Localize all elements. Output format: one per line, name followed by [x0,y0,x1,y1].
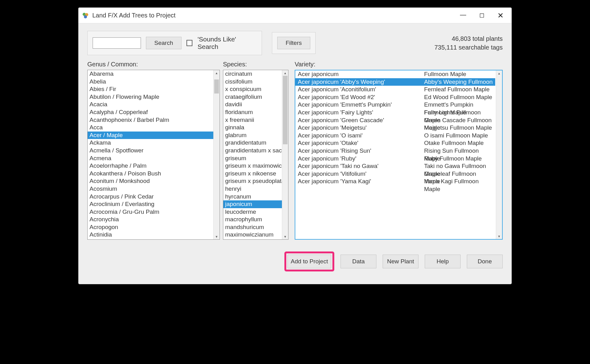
search-button[interactable]: Search [146,37,181,49]
species-item[interactable]: mandshuricum [223,223,282,231]
genus-item[interactable]: Acca [88,124,213,132]
sounds-like-label: 'Sounds Like' Search [197,36,257,50]
scroll-up-icon[interactable]: ▲ [496,70,502,76]
variety-row[interactable]: Acer japonicum 'Aconitifolium'Fernleaf F… [295,86,495,93]
genus-item[interactable]: Acroclinium / Everlasting [88,200,213,208]
new-plant-button[interactable]: New Plant [383,255,418,268]
genus-item[interactable]: Acanthophoenix / Barbel Palm [88,116,213,124]
variety-row[interactable]: Acer japonicum 'Meigetsu'Meigetsu Fullmo… [295,124,495,132]
species-item[interactable]: hyrcanum [223,193,282,201]
variety-row[interactable]: Acer japonicum 'Ed Wood #2'Ed Wood Fullm… [295,93,495,101]
species-item[interactable]: japonicum [223,200,282,208]
genus-item[interactable]: Acacia [88,101,213,108]
filters-button[interactable]: Filters [277,37,310,49]
species-item[interactable]: henryi [223,185,282,193]
data-button[interactable]: Data [341,255,376,268]
help-button[interactable]: Help [425,255,461,268]
genus-item[interactable]: Acosmium [88,185,213,193]
variety-row[interactable]: Acer japonicum 'Rising Sun'Rising Sun Fu… [295,147,495,155]
svg-point-2 [84,15,87,18]
genus-item[interactable]: Acrocarpus / Pink Cedar [88,193,213,201]
species-item[interactable]: cissifolium [223,78,282,86]
genus-scrollbar[interactable]: ▲ ▼ [213,70,220,239]
variety-row[interactable]: Acer japonicum 'Vitifolium'Grapeleaf Ful… [295,170,495,178]
genus-item[interactable]: Acokanthera / Poison Bush [88,170,213,178]
variety-row[interactable]: Acer japonicum 'Abby's Weeping'Abby's We… [295,78,495,86]
scroll-down-icon[interactable]: ▼ [282,234,288,239]
variety-row[interactable]: Acer japonicum 'Taki no Gawa'Taki no Gaw… [295,162,495,170]
variety-listbox[interactable]: Acer japonicumFullmoon MapleAcer japonic… [295,70,503,240]
variety-name: Acer japonicum 'Emmett's Pumpkin' [298,101,424,109]
species-item[interactable]: circinatum [223,70,282,78]
close-button[interactable]: ✕ [496,11,505,20]
stats: 46,803 total plants 735,111 searchable t… [434,34,503,52]
genus-item[interactable]: Abutilon / Flowering Maple [88,93,213,101]
variety-common: Rising Sun Fullmoon Maple [424,147,493,155]
species-item[interactable]: x freemanii [223,116,282,124]
variety-common: O isami Fullmoon Maple [424,132,493,140]
scroll-up-icon[interactable]: ▲ [282,70,288,76]
variety-name: Acer japonicum 'Ed Wood #2' [298,93,424,101]
maximize-button[interactable]: ◻ [477,11,486,20]
variety-common: Fairy Lights Fullmoon Maple [424,109,493,117]
species-item[interactable]: macrophyllum [223,216,282,223]
variety-row[interactable]: Acer japonicum 'Emmett's Pumpkin'Emmett'… [295,101,495,109]
species-item[interactable]: griseum [223,155,282,162]
scroll-down-icon[interactable]: ▼ [496,233,502,239]
variety-common: Green Cascade Fullmoon Maple [424,117,493,124]
genus-item[interactable]: Ackama [88,139,213,147]
species-item[interactable]: griseum x maximowiczianum [223,162,282,170]
variety-row[interactable]: Acer japonicum 'O isami'O isami Fullmoon… [295,132,495,140]
variety-row[interactable]: Acer japonicum 'Ruby'Ruby Fullmoon Maple [295,155,495,163]
species-item[interactable]: glabrum [223,132,282,139]
genus-listbox[interactable]: AbaremaAbeliaAbies / FirAbutilon / Flowe… [87,70,220,240]
genus-item[interactable]: Acropogon [88,223,213,231]
species-item[interactable]: griseum x nikoense [223,170,282,178]
variety-row[interactable]: Acer japonicum 'Otake'Otake Fullmoon Map… [295,139,495,147]
genus-item[interactable]: Aconitum / Monkshood [88,177,213,185]
genus-label: Genus / Common: [87,61,220,68]
species-item[interactable]: x conspicuum [223,85,282,93]
species-item[interactable]: ginnala [223,124,282,132]
sounds-like-checkbox[interactable] [186,40,192,46]
genus-item[interactable]: Acer / Maple [88,132,213,139]
footer: Add to Project Data New Plant Help Done [79,246,511,284]
variety-row[interactable]: Acer japonicumFullmoon Maple [295,70,495,78]
variety-row[interactable]: Acer japonicum 'Green Cascade'Green Casc… [295,117,495,124]
genus-item[interactable]: Acrocomia / Gru-Gru Palm [88,208,213,216]
genus-item[interactable]: Abelia [88,78,213,86]
scroll-down-icon[interactable]: ▼ [214,234,220,239]
variety-name: Acer japonicum 'Otake' [298,139,424,147]
species-item[interactable]: crataegifolium [223,93,282,101]
species-item[interactable]: grandidentatum [223,139,282,147]
genus-item[interactable]: Acronychia [88,216,213,223]
species-item[interactable]: griseum x pseudoplatanus [223,177,282,185]
scroll-thumb[interactable] [283,76,288,144]
genus-item[interactable]: Actinidia [88,231,213,239]
genus-item[interactable]: Acalypha / Copperleaf [88,108,213,116]
add-to-project-button[interactable]: Add to Project [288,255,331,268]
genus-item[interactable]: Acmena [88,155,213,162]
variety-row[interactable]: Acer japonicum 'Fairy Lights'Fairy Light… [295,109,495,117]
variety-row[interactable]: Acer japonicum 'Yama Kagi'Yama Kagi Full… [295,178,495,185]
species-item[interactable]: maximowiczianum [223,231,282,239]
scroll-up-icon[interactable]: ▲ [214,70,220,76]
species-scrollbar[interactable]: ▲ ▼ [282,70,288,239]
species-item[interactable]: davidii [223,101,282,108]
genus-item[interactable]: Acoelorrhaphe / Palm [88,162,213,170]
variety-common: Fullmoon Maple [424,70,493,78]
search-input[interactable] [93,37,141,49]
species-item[interactable]: grandidentatum x saccharum [223,147,282,155]
genus-item[interactable]: Acmella / Spotflower [88,147,213,155]
variety-common: Taki no Gawa Fullmoon Maple [424,162,493,170]
species-listbox[interactable]: circinatumcissifoliumx conspicuumcrataeg… [223,70,288,240]
add-to-project-highlight: Add to Project [284,251,334,271]
species-item[interactable]: leucoderme [223,208,282,216]
done-button[interactable]: Done [467,255,503,268]
variety-scrollbar[interactable]: ▲ ▼ [496,70,502,239]
scroll-thumb[interactable] [214,79,219,93]
species-item[interactable]: floridanum [223,108,282,116]
genus-item[interactable]: Abies / Fir [88,85,213,93]
genus-item[interactable]: Abarema [88,70,213,78]
minimize-button[interactable]: — [458,11,468,20]
